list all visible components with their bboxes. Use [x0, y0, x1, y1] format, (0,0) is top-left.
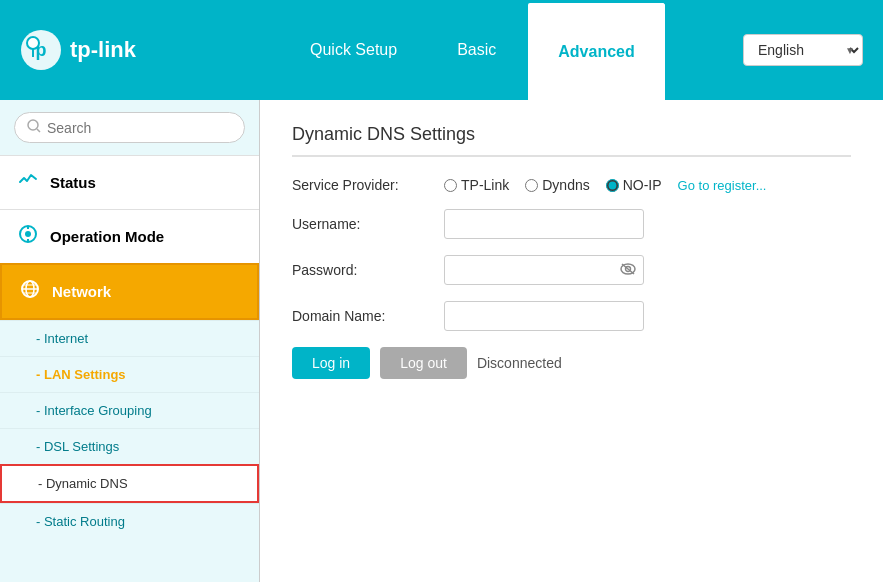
sidebar-item-status-label: Status [50, 174, 96, 191]
sidebar-item-network[interactable]: Network [0, 263, 259, 320]
domain-name-row: Domain Name: [292, 301, 851, 331]
language-select[interactable]: English Chinese French German Spanish [743, 34, 863, 66]
sidebar-item-network-label: Network [52, 283, 111, 300]
button-group: Log in Log out Disconnected [292, 347, 851, 379]
service-provider-label: Service Provider: [292, 177, 432, 193]
service-provider-row: Service Provider: TP-Link Dyndns NO-IP G… [292, 177, 851, 193]
network-icon [20, 279, 40, 304]
logo-area: p tp-link [20, 29, 280, 71]
radio-no-ip-text: NO-IP [623, 177, 662, 193]
page-title: Dynamic DNS Settings [292, 124, 851, 157]
search-input[interactable] [47, 120, 232, 136]
password-label: Password: [292, 262, 432, 278]
nav-advanced[interactable]: Advanced [526, 1, 666, 101]
radio-dyndns-text: Dyndns [542, 177, 589, 193]
tp-link-logo-icon: p [20, 29, 62, 71]
login-button[interactable]: Log in [292, 347, 370, 379]
password-toggle-icon[interactable] [620, 262, 636, 278]
sidebar-subitem-dynamic-dns[interactable]: - Dynamic DNS [0, 464, 259, 503]
radio-tp-link[interactable] [444, 179, 457, 192]
logo-text: tp-link [70, 37, 136, 63]
sidebar-subitem-interface-grouping[interactable]: - Interface Grouping [0, 392, 259, 428]
radio-no-ip-label[interactable]: NO-IP [606, 177, 662, 193]
go-register-link[interactable]: Go to register... [678, 178, 767, 193]
language-selector-wrapper: English Chinese French German Spanish [743, 34, 863, 66]
nav-quick-setup[interactable]: Quick Setup [280, 0, 427, 100]
password-input[interactable] [444, 255, 644, 285]
domain-name-label: Domain Name: [292, 308, 432, 324]
operation-mode-icon [18, 224, 38, 249]
connection-status: Disconnected [477, 355, 562, 371]
username-input[interactable] [444, 209, 644, 239]
svg-point-2 [27, 37, 39, 49]
logout-button[interactable]: Log out [380, 347, 467, 379]
sidebar-subitem-dsl-settings[interactable]: - DSL Settings [0, 428, 259, 464]
password-row: Password: [292, 255, 851, 285]
password-wrapper [444, 255, 644, 285]
sidebar-item-operation-mode-label: Operation Mode [50, 228, 164, 245]
service-provider-radio-group: TP-Link Dyndns NO-IP Go to register... [444, 177, 766, 193]
header: p tp-link Quick Setup Basic Advanced Eng… [0, 0, 883, 100]
search-icon [27, 119, 41, 136]
sidebar-network-submenu: - Internet - LAN Settings - Interface Gr… [0, 320, 259, 539]
radio-dyndns-label[interactable]: Dyndns [525, 177, 589, 193]
radio-dyndns[interactable] [525, 179, 538, 192]
domain-name-input[interactable] [444, 301, 644, 331]
sidebar-item-status[interactable]: Status [0, 155, 259, 209]
main-layout: Status Operation Mode [0, 100, 883, 582]
radio-tp-link-text: TP-Link [461, 177, 509, 193]
radio-no-ip[interactable] [606, 179, 619, 192]
sidebar-subitem-lan-settings[interactable]: - LAN Settings [0, 356, 259, 392]
sidebar-subitem-internet[interactable]: - Internet [0, 320, 259, 356]
svg-point-4 [28, 120, 38, 130]
username-row: Username: [292, 209, 851, 239]
sidebar-subitem-static-routing[interactable]: - Static Routing [0, 503, 259, 539]
svg-line-5 [37, 129, 40, 132]
svg-point-7 [25, 231, 31, 237]
sidebar-item-operation-mode[interactable]: Operation Mode [0, 209, 259, 263]
search-box [14, 112, 245, 143]
status-icon [18, 170, 38, 195]
nav-basic[interactable]: Basic [427, 0, 526, 100]
nav-area: Quick Setup Basic Advanced [280, 0, 743, 100]
radio-tp-link-label[interactable]: TP-Link [444, 177, 509, 193]
username-label: Username: [292, 216, 432, 232]
sidebar: Status Operation Mode [0, 100, 260, 582]
content-area: Dynamic DNS Settings Service Provider: T… [260, 100, 883, 582]
